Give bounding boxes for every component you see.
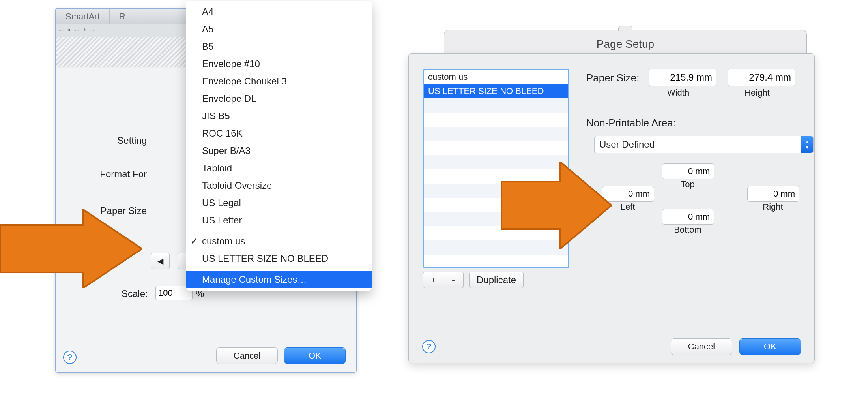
settings-label: Setting [52,135,147,146]
size-tabloid[interactable]: Tabloid [186,160,372,177]
duplicate-size-button[interactable]: Duplicate [469,272,524,288]
paper-width-input[interactable] [649,69,716,86]
paper-height-input[interactable] [728,69,795,86]
size-envelopedl[interactable]: Envelope DL [186,90,372,107]
margin-right-input[interactable] [747,186,799,202]
paper-size-dropdown[interactable]: A4 A5 B5 Envelope #10 Envelope Choukei 3… [186,1,372,291]
format-for-label: Format For [52,169,147,180]
size-jisb5[interactable]: JIS B5 [186,107,372,125]
list-item [424,155,568,169]
list-item [424,169,568,184]
size-b5[interactable]: B5 [186,38,372,55]
page-setup-dialog: custom us US LETTER SIZE NO BLEED + - Du… [408,53,815,363]
manage-custom-sizes[interactable]: Manage Custom Sizes… [186,271,372,288]
list-item [424,240,568,255]
size-envelope10[interactable]: Envelope #10 [186,55,372,73]
list-item [424,184,568,198]
custom-sizes-list[interactable]: custom us US LETTER SIZE NO BLEED [423,69,569,268]
tab-r[interactable]: R [110,9,135,24]
margin-left-input[interactable] [602,186,654,202]
page-setup-dropdown-dialog: SmartArt R … 6 … 5 … … 5 … 6 … 7 Setting… [55,8,357,373]
npa-stepper-icon[interactable]: ▲▼ [801,136,813,153]
npa-select[interactable]: User Defined ▲▼ [594,136,814,153]
size-a5[interactable]: A5 [186,21,372,38]
cancel-button[interactable]: Cancel [216,347,278,364]
margin-top-label: Top [662,179,713,190]
list-item [424,113,568,127]
add-size-button[interactable]: + [423,272,443,288]
size-roc16k[interactable]: ROC 16K [186,125,372,142]
scale-label: Scale: [122,288,148,299]
list-item [424,98,568,113]
ok-button[interactable]: OK [284,347,346,364]
margin-right-label: Right [747,202,799,212]
help-icon[interactable]: ? [63,351,77,364]
size-a4[interactable]: A4 [186,3,372,21]
cancel-button[interactable]: Cancel [671,338,732,355]
list-item [424,141,568,155]
npa-value: User Defined [599,139,655,150]
margin-bottom-input[interactable] [662,209,714,225]
prev-page-button[interactable]: ◀ [151,253,170,269]
size-usletter[interactable]: US Letter [186,212,372,229]
list-item [424,198,568,212]
margin-left-label: Left [602,202,653,212]
size-custom-us[interactable]: custom us [186,233,372,250]
size-tabloid-oversize[interactable]: Tabloid Oversize [186,177,372,194]
npa-label: Non-Printable Area: [586,117,676,129]
help-icon[interactable]: ? [422,340,436,353]
size-uslegal[interactable]: US Legal [186,194,372,212]
paper-size-label: Paper Size [52,205,147,216]
paper-size-label: Paper Size: [586,72,639,84]
list-item[interactable]: custom us [424,70,568,84]
size-usletter-nobleed[interactable]: US LETTER SIZE NO BLEED [186,250,372,267]
list-item [424,226,568,240]
list-item [424,127,568,141]
height-label: Height [728,88,787,98]
size-choukei3[interactable]: Envelope Choukei 3 [186,73,372,90]
size-superba3[interactable]: Super B/A3 [186,142,372,160]
margin-bottom-label: Bottom [662,225,713,235]
page-setup-title: Page Setup [597,38,654,51]
ok-button[interactable]: OK [739,338,801,355]
list-item[interactable]: US LETTER SIZE NO BLEED [424,84,568,98]
remove-size-button[interactable]: - [443,272,464,288]
width-label: Width [649,88,708,98]
margin-top-input[interactable] [662,163,714,179]
list-item [424,212,568,226]
tab-smartart[interactable]: SmartArt [56,9,110,24]
